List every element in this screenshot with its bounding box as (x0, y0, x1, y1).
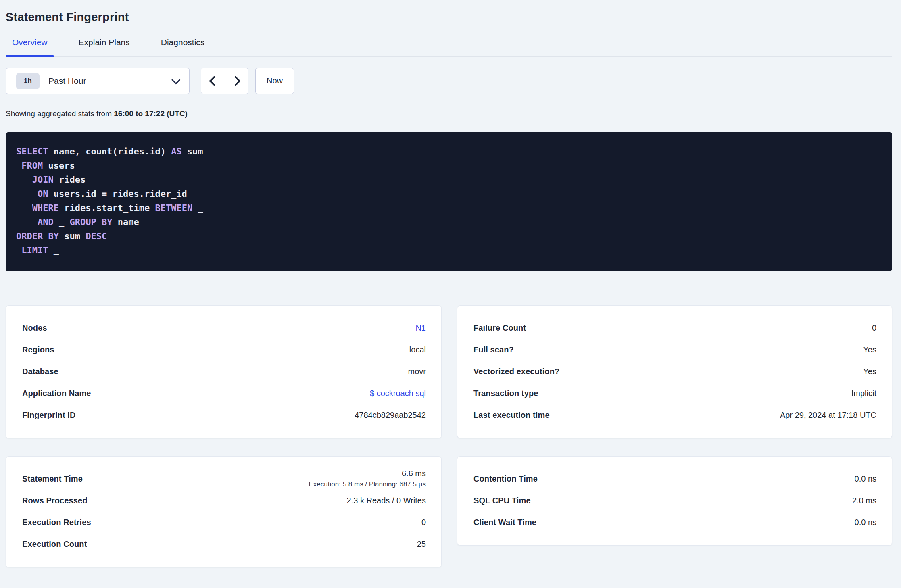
tab-diagnostics[interactable]: Diagnostics (154, 38, 211, 56)
row-value-group: $ cockroach sql (370, 389, 426, 398)
row-label: Client Wait Time (473, 518, 536, 527)
card-overview-left: NodesN1RegionslocalDatabasemovrApplicati… (6, 305, 442, 438)
card-overview-right: Failure Count0Full scan?YesVectorized ex… (457, 305, 892, 438)
row-value-group: Yes (863, 367, 876, 376)
cards-grid: NodesN1RegionslocalDatabasemovrApplicati… (6, 305, 892, 567)
tab-bar: Overview Explain Plans Diagnostics (6, 38, 892, 57)
row-value: local (409, 345, 426, 354)
row-value-group: 6.6 msExecution: 5.8 ms / Planning: 687.… (309, 469, 426, 488)
row-label: Nodes (22, 323, 47, 333)
chevron-right-icon (230, 76, 240, 86)
row-value: Yes (863, 367, 876, 376)
row-value: 0 (872, 323, 876, 333)
interval-badge: 1h (16, 73, 40, 89)
row-value-group: Yes (863, 345, 876, 354)
row-value: 25 (417, 540, 426, 549)
row-label: Full scan? (473, 345, 514, 354)
tab-explain-plans[interactable]: Explain Plans (72, 38, 136, 56)
row-value-group: local (409, 345, 426, 354)
time-controls: 1h Past Hour Now (6, 68, 892, 94)
sql-line: LIMIT _ (16, 243, 882, 257)
previous-range-button[interactable] (201, 68, 225, 94)
row-value: Implicit (851, 389, 876, 398)
info-row: Failure Count0 (473, 317, 876, 339)
row-value: 4784cb829aab2542 (355, 411, 426, 420)
row-value-group: Implicit (851, 389, 876, 398)
row-label: Execution Count (22, 540, 87, 549)
page-title: Statement Fingerprint (6, 10, 892, 24)
row-value: Yes (863, 345, 876, 354)
info-row: Execution Retries0 (22, 511, 426, 533)
row-value-group: movr (408, 367, 426, 376)
sql-line: WHERE rides.start_time BETWEEN _ (16, 201, 882, 215)
stats-line-range: 16:00 to 17:22 (UTC) (114, 109, 188, 118)
row-value-group: 0 (421, 518, 426, 527)
tab-overview[interactable]: Overview (6, 38, 54, 56)
sql-line: SELECT name, count(rides.id) AS sum (16, 144, 882, 158)
row-value: 6.6 ms (309, 469, 426, 478)
info-row: Transaction typeImplicit (473, 382, 876, 404)
sql-line: ORDER BY sum DESC (16, 229, 882, 243)
row-value-group: 2.3 k Reads / 0 Writes (347, 496, 426, 505)
next-range-button[interactable] (225, 68, 248, 94)
row-label: SQL CPU Time (473, 496, 531, 505)
row-label: Contention Time (473, 474, 538, 484)
row-label: Last execution time (473, 411, 550, 420)
info-row: Client Wait Time0.0 ns (473, 511, 876, 533)
row-value: 2.3 k Reads / 0 Writes (347, 496, 426, 505)
info-row: Vectorized execution?Yes (473, 361, 876, 382)
sql-line: FROM users (16, 158, 882, 173)
card-timing-left: Statement Time6.6 msExecution: 5.8 ms / … (6, 456, 442, 567)
row-label: Failure Count (473, 323, 526, 333)
info-row: Databasemovr (22, 361, 426, 382)
info-row: Full scan?Yes (473, 339, 876, 361)
row-sub-detail: Execution: 5.8 ms / Planning: 687.5 µs (309, 480, 426, 488)
row-value: movr (408, 367, 426, 376)
row-value-group: Apr 29, 2024 at 17:18 UTC (780, 411, 876, 420)
row-value-group: 25 (417, 540, 426, 549)
card-timing-right: Contention Time0.0 nsSQL CPU Time2.0 msC… (457, 456, 892, 546)
now-button[interactable]: Now (255, 68, 294, 94)
row-label: Statement Time (22, 474, 83, 484)
info-row: Regionslocal (22, 339, 426, 361)
row-label: Regions (22, 345, 54, 354)
row-label: Execution Retries (22, 518, 91, 527)
info-row: Application Name$ cockroach sql (22, 382, 426, 404)
row-value: 0.0 ns (855, 474, 876, 484)
row-value: 2.0 ms (852, 496, 876, 505)
row-label: Application Name (22, 389, 91, 398)
time-range-label: Past Hour (48, 76, 174, 86)
info-row: Rows Processed2.3 k Reads / 0 Writes (22, 490, 426, 511)
info-row: NodesN1 (22, 317, 426, 339)
row-value-group: 0.0 ns (855, 518, 876, 527)
sql-line: AND _ GROUP BY name (16, 215, 882, 229)
info-row: Contention Time0.0 ns (473, 468, 876, 490)
row-label: Database (22, 367, 58, 376)
sql-statement-box: SELECT name, count(rides.id) AS sum FROM… (6, 132, 892, 271)
row-value: 0.0 ns (855, 518, 876, 527)
time-range-dropdown[interactable]: 1h Past Hour (6, 68, 190, 94)
statement-fingerprint-page: Statement Fingerprint Overview Explain P… (0, 0, 901, 588)
row-label: Vectorized execution? (473, 367, 559, 376)
row-value-group: 2.0 ms (852, 496, 876, 505)
row-value-group: 0 (872, 323, 876, 333)
row-value-group: 4784cb829aab2542 (355, 411, 426, 420)
sql-line: ON users.id = rides.rider_id (16, 187, 882, 201)
row-value-group: 0.0 ns (855, 474, 876, 484)
row-value: Apr 29, 2024 at 17:18 UTC (780, 411, 876, 420)
info-row: Statement Time6.6 msExecution: 5.8 ms / … (22, 468, 426, 490)
sql-line: JOIN rides (16, 173, 882, 187)
row-value: 0 (421, 518, 426, 527)
row-label: Transaction type (473, 389, 538, 398)
row-value-group: N1 (415, 323, 426, 333)
time-range-arrows (201, 68, 248, 94)
row-value-link[interactable]: $ cockroach sql (370, 389, 426, 398)
row-label: Fingerprint ID (22, 411, 76, 420)
info-row: Execution Count25 (22, 533, 426, 555)
row-value-link[interactable]: N1 (415, 323, 426, 332)
info-row: Fingerprint ID4784cb829aab2542 (22, 404, 426, 426)
info-row: SQL CPU Time2.0 ms (473, 490, 876, 511)
aggregated-stats-line: Showing aggregated stats from 16:00 to 1… (6, 109, 892, 118)
info-row: Last execution timeApr 29, 2024 at 17:18… (473, 404, 876, 426)
row-label: Rows Processed (22, 496, 87, 505)
